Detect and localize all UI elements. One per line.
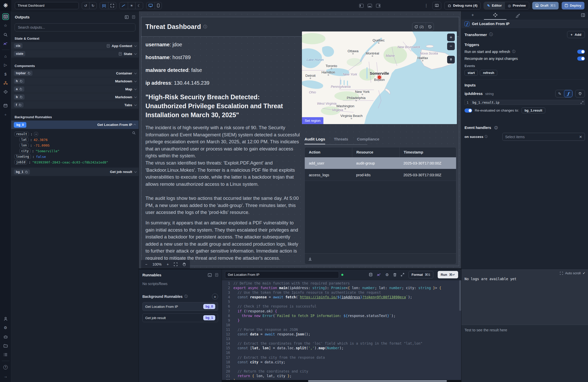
expand-canvas-button[interactable] [108, 2, 116, 9]
app-canvas[interactable]: Threat Dashboard ⓘ (2) username: jdoe ho… [139, 11, 461, 268]
output-row-state[interactable]: state State [11, 50, 139, 58]
map-zoom-in-button[interactable]: + [447, 34, 455, 41]
component-settings-tab[interactable] [484, 13, 506, 20]
download-icon[interactable] [308, 257, 312, 261]
docs-button[interactable] [432, 2, 441, 9]
ai-nav-icon[interactable] [2, 40, 9, 47]
add-nav-icon[interactable]: + [2, 111, 9, 118]
doc-panel-icon[interactable] [215, 273, 218, 277]
redo-button[interactable]: ↻ [89, 2, 97, 9]
runnable-name-input[interactable] [225, 271, 339, 278]
reeval-toggle[interactable] [465, 108, 472, 113]
component-row-topbar[interactable]: topbar Container [11, 69, 139, 77]
ai-connect-button[interactable] [120, 2, 128, 9]
zoom-out-button[interactable]: − [145, 262, 147, 266]
workers-nav-icon[interactable] [2, 333, 9, 340]
dark-theme-button[interactable]: ☾ [135, 2, 143, 9]
schedules-nav-icon[interactable] [2, 102, 9, 109]
app-title-input[interactable] [15, 2, 79, 9]
fit-view-icon[interactable] [174, 263, 177, 266]
connect-input-button[interactable] [575, 90, 585, 97]
add-transformer-button[interactable]: + Add [567, 31, 585, 38]
collapse-node-button[interactable]: − [34, 132, 38, 136]
light-theme-button[interactable]: ☀ [128, 2, 135, 9]
component-row-b[interactable]: b Markdown [11, 93, 139, 101]
folders-nav-icon[interactable] [2, 342, 9, 349]
map-zoom-out-button[interactable]: − [447, 42, 455, 50]
mobile-view-button[interactable] [155, 2, 162, 9]
table-row[interactable]: add_user audit-group 2025-03-30T17:00:00… [305, 157, 456, 169]
help-nav-icon[interactable]: ? [2, 364, 9, 370]
expand-logs-icon[interactable] [560, 272, 563, 275]
runnable-item-bg1[interactable]: Get job result bg_1 [142, 313, 218, 322]
reeval-dep-badge[interactable]: bg_1.result [522, 107, 545, 113]
map-component[interactable]: QuébecOttawaMontréalNew BrunswickNova Sc… [302, 31, 457, 124]
user-nav-icon[interactable] [2, 315, 9, 322]
windmill-logo[interactable]: ❋ [0, 0, 11, 11]
search-nav-icon[interactable] [2, 31, 9, 38]
collapse-panel-icon[interactable] [125, 15, 129, 19]
home-nav-icon[interactable]: ⌂ [2, 53, 9, 59]
editor-vertical-scrollbar[interactable] [459, 280, 461, 311]
expand-editor-icon[interactable] [401, 273, 404, 276]
input-expression[interactable]: 1 bg_1.result.ip [465, 100, 585, 105]
runnable-item-bg0[interactable]: Get Location From IP bg_0 [142, 302, 218, 311]
expand-expr-icon[interactable] [581, 101, 583, 104]
tab-compliance[interactable]: Compliance [357, 137, 379, 144]
preview-tab[interactable]: ◎Preview [505, 2, 529, 9]
collapse-bottom-icon[interactable] [208, 273, 212, 277]
ai-assist-icon[interactable] [377, 273, 381, 277]
desktop-view-button[interactable] [146, 2, 155, 9]
favorites-nav-icon[interactable]: ☆ [2, 22, 9, 29]
format-button[interactable]: Format⌘S [409, 271, 433, 278]
editor-tab[interactable]: ✎Editor [484, 2, 505, 9]
more-menu-icon[interactable]: ⋮ [423, 3, 429, 8]
doc-panel-icon[interactable] [132, 15, 135, 19]
clear-select-icon[interactable]: ✕ [579, 135, 582, 139]
bg1-output-row[interactable]: bg_1 Get job result [11, 168, 139, 176]
component-row-a[interactable]: a Map [11, 85, 139, 93]
collapse-right-panel-icon[interactable] [581, 13, 585, 17]
editor-horizontal-scrollbar[interactable] [222, 380, 461, 382]
code-lines[interactable]: 1// Define the main function with the re… [222, 280, 461, 380]
toggle-right-panel-icon[interactable] [376, 4, 380, 8]
recompute-history-button[interactable] [426, 23, 434, 31]
runs-nav-icon[interactable]: ▷ [2, 62, 9, 68]
variables-nav-icon[interactable]: $ [2, 71, 9, 77]
tab-audit-logs[interactable]: Audit Logs [304, 137, 325, 144]
toggle-left-panel-icon[interactable] [359, 4, 364, 8]
debug-runs-button[interactable]: Debug runs (4) [444, 2, 481, 9]
search-json-icon[interactable] [132, 131, 135, 135]
table-row[interactable]: access_logs prod-k8s 2025-03-30T17:03:00… [305, 169, 456, 181]
component-row-f[interactable]: f Tabs [11, 101, 139, 109]
add-runnable-button[interactable]: + [212, 293, 218, 300]
collapse-rail-icon[interactable]: → [2, 373, 9, 379]
audit-nav-icon[interactable] [2, 89, 9, 95]
output-row-ctx[interactable]: ctx App Context [11, 42, 139, 50]
script-settings-icon[interactable]: ⚙ [385, 272, 389, 277]
cache-db-icon[interactable] [369, 273, 372, 277]
delete-script-icon[interactable] [393, 273, 397, 277]
insert-component-tab[interactable]: + [461, 13, 484, 20]
apps-nav-icon[interactable] [2, 13, 9, 20]
tab-threats[interactable]: Threats [334, 137, 348, 144]
undo-button[interactable]: ↺ [82, 2, 89, 9]
static-input-mode-button[interactable]: ✎ [556, 90, 564, 97]
run-button[interactable]: Run⌘↵ [438, 271, 458, 278]
refresh-app-button[interactable]: (2) [412, 23, 426, 31]
component-row-h[interactable]: h Markdown [11, 77, 139, 85]
on-success-select[interactable]: Select items ✕ [502, 133, 585, 141]
expr-input-mode-button[interactable]: ƒ [564, 90, 572, 97]
inspector-toggle[interactable]: |0| [100, 2, 108, 9]
draft-button[interactable]: Draft⌘S [532, 2, 559, 9]
logs-nav-icon[interactable] [2, 351, 9, 358]
settings-nav-icon[interactable]: ⚙ [2, 324, 9, 331]
resources-nav-icon[interactable] [2, 80, 9, 86]
run-on-start-toggle[interactable] [577, 50, 585, 54]
toggle-bottom-panel-icon[interactable] [368, 4, 372, 8]
pan-hand-icon[interactable] [183, 263, 186, 266]
deploy-button[interactable]: Deploy [562, 2, 584, 9]
bg0-output-row[interactable]: bg_0 Get Location From IP [11, 121, 139, 129]
styling-tab[interactable] [506, 14, 529, 20]
zoom-in-button[interactable]: + [167, 262, 169, 266]
